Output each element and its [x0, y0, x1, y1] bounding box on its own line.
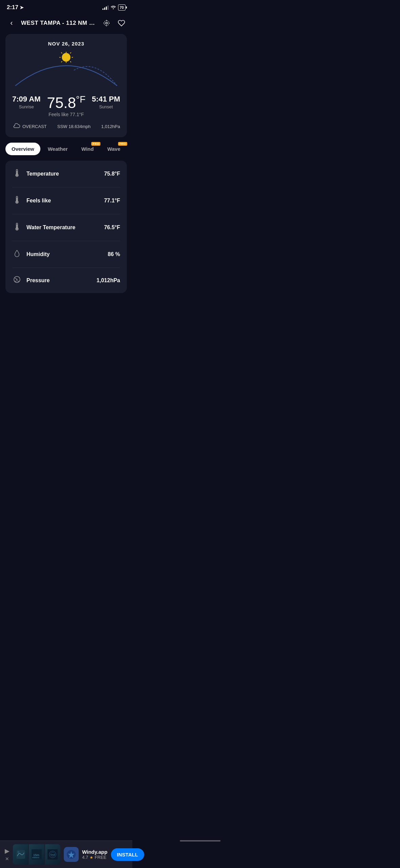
tab-bar: Overview Weather Wind PRO Wave PRO — [0, 143, 132, 155]
svg-point-24 — [17, 279, 18, 280]
pressure-icon — [12, 275, 22, 286]
wind-text: SSW 18.634mph — [57, 124, 91, 129]
wind-pro-badge: PRO — [91, 142, 100, 146]
tab-weather[interactable]: Weather — [42, 143, 74, 155]
temperature-data-value: 75.8°F — [104, 171, 120, 177]
tab-wind[interactable]: Wind PRO — [75, 143, 100, 155]
svg-point-0 — [106, 22, 108, 24]
water-temp-row: Water Temperature 76.5°F — [12, 214, 120, 241]
gps-icon: ➤ — [20, 5, 24, 10]
pressure-detail: 1,012hPa — [101, 124, 120, 129]
feels-like-row: Feels like 77.1°F — [12, 187, 120, 214]
weather-details: OVERCAST SSW 18.634mph 1,012hPa — [12, 123, 120, 130]
wifi-icon — [111, 5, 116, 10]
svg-rect-13 — [17, 171, 17, 174]
tab-overview[interactable]: Overview — [5, 143, 40, 155]
pressure-row: Pressure 1,012hPa — [12, 268, 120, 293]
sunset-label: Sunset — [92, 104, 120, 109]
svg-point-14 — [16, 174, 18, 176]
status-icons: 70 — [102, 4, 126, 11]
temperature-row: Temperature 75.8°F — [12, 161, 120, 187]
svg-point-22 — [16, 228, 18, 230]
condition-text: OVERCAST — [22, 124, 47, 129]
feels-like-text: Feels like 77.1°F — [41, 112, 92, 117]
page-header: ‹ WEST TAMPA - 112 NM WN... — [0, 14, 132, 34]
favorite-button[interactable] — [116, 18, 127, 29]
signal-icon — [102, 5, 109, 10]
humidity-label: Humidity — [26, 251, 103, 257]
wave-pro-badge: PRO — [118, 142, 127, 146]
thermometer3-icon — [12, 222, 22, 233]
cloud-icon — [12, 123, 20, 130]
temperature-display: 75.8°F Feels like 77.1°F — [41, 95, 92, 117]
sun-arc — [12, 50, 120, 91]
humidity-data-value: 86 % — [108, 251, 120, 257]
sunset-time: 5:41 PM — [92, 95, 120, 104]
data-section: Temperature 75.8°F Feels like 77.1°F Wat… — [5, 161, 127, 293]
back-button[interactable]: ‹ — [5, 17, 18, 29]
water-temp-label: Water Temperature — [26, 224, 99, 231]
water-temp-data-value: 76.5°F — [104, 224, 120, 231]
svg-line-8 — [70, 61, 71, 62]
sunrise-label: Sunrise — [12, 104, 41, 109]
tab-wave[interactable]: Wave PRO — [101, 143, 127, 155]
pressure-text: 1,012hPa — [101, 124, 120, 129]
condition-detail: OVERCAST — [12, 123, 47, 130]
wind-detail: SSW 18.634mph — [57, 124, 91, 129]
svg-point-1 — [104, 21, 109, 26]
svg-line-10 — [61, 61, 62, 62]
location-button[interactable] — [101, 18, 112, 29]
page-title: WEST TAMPA - 112 NM WN... — [21, 20, 98, 26]
sunset-info: 5:41 PM Sunset — [92, 95, 120, 109]
humidity-icon — [12, 249, 22, 260]
thermometer-icon — [12, 168, 22, 180]
temperature-label: Temperature — [26, 171, 99, 177]
battery-icon: 70 — [118, 4, 126, 11]
pressure-data-value: 1,012hPa — [97, 277, 120, 284]
sun-card: NOV 26, 2023 7:09 AM Sunrise — [5, 34, 127, 137]
sunrise-time: 7:09 AM — [12, 95, 41, 104]
feels-like-label: Feels like — [26, 198, 99, 204]
svg-rect-21 — [17, 224, 17, 228]
humidity-row: Humidity 86 % — [12, 241, 120, 268]
feels-like-data-value: 77.1°F — [104, 198, 120, 204]
status-time: 2:17 — [7, 4, 18, 11]
svg-point-18 — [16, 201, 18, 203]
status-bar: 2:17 ➤ 70 — [0, 0, 132, 14]
temperature-value: 75.8°F — [41, 95, 92, 110]
svg-line-9 — [70, 52, 71, 53]
thermometer2-icon — [12, 195, 22, 206]
svg-point-2 — [62, 53, 70, 61]
sun-info: 7:09 AM Sunrise 75.8°F Feels like 77.1°F… — [12, 95, 120, 117]
sun-date: NOV 26, 2023 — [12, 41, 120, 47]
svg-line-7 — [61, 52, 62, 53]
pressure-label: Pressure — [26, 277, 92, 284]
sunrise-info: 7:09 AM Sunrise — [12, 95, 41, 109]
svg-rect-17 — [17, 198, 17, 201]
